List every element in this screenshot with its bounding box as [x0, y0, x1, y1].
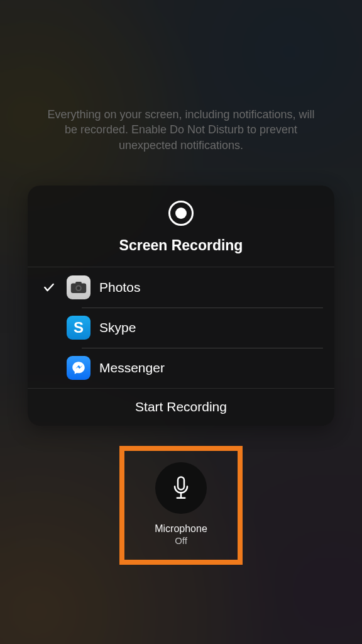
panel-title: Screen Recording [119, 237, 243, 254]
app-row-messenger[interactable]: Messenger [28, 348, 334, 388]
svg-rect-1 [75, 282, 82, 285]
record-icon [167, 199, 195, 227]
microphone-highlight-box: Microphone Off [119, 446, 243, 565]
screen-recording-panel: Screen Recording Photos S Skype Messenge… [28, 186, 334, 426]
svg-rect-4 [178, 477, 184, 489]
microphone-toggle-button[interactable] [155, 462, 207, 514]
start-recording-button[interactable]: Start Recording [28, 388, 334, 426]
microphone-status: Off [155, 535, 207, 547]
screen-recording-sheet-overlay: Everything on your screen, including not… [0, 0, 362, 644]
app-label: Photos [99, 280, 140, 295]
messenger-app-icon [67, 356, 90, 380]
recording-hint-text: Everything on your screen, including not… [46, 107, 316, 153]
app-label: Messenger [99, 360, 165, 375]
svg-point-3 [77, 287, 80, 290]
panel-header: Screen Recording [28, 186, 334, 267]
photos-app-icon [67, 275, 90, 299]
checkmark-icon [40, 281, 58, 294]
microphone-icon [172, 476, 190, 500]
app-row-skype[interactable]: S Skype [28, 308, 334, 348]
microphone-labels: Microphone Off [155, 523, 207, 547]
microphone-title: Microphone [155, 523, 207, 535]
skype-app-icon: S [67, 316, 90, 340]
app-label: Skype [99, 320, 136, 335]
app-row-photos[interactable]: Photos [28, 267, 334, 308]
